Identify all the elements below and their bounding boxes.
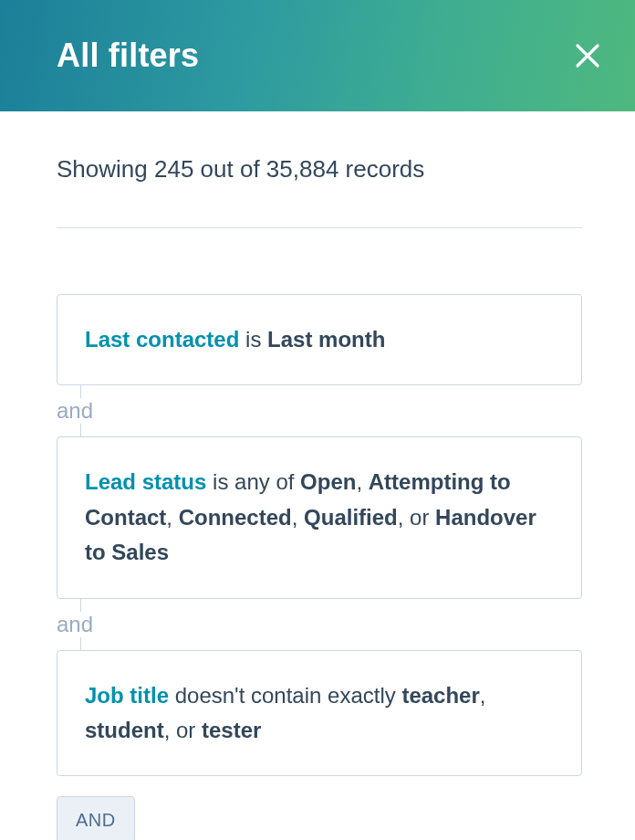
summary-prefix: Showing (57, 155, 154, 183)
filter-values: Last month (267, 327, 385, 352)
filters-list: Last contacted is Last monthandLead stat… (57, 294, 582, 776)
filter-property: Job title (85, 683, 169, 708)
filter-property: Last contacted (85, 327, 239, 352)
connector-label: and (57, 398, 99, 424)
results-summary: Showing 245 out of 35,884 records (57, 155, 582, 184)
summary-mid: out of (193, 155, 266, 183)
filter-card[interactable]: Last contacted is Last month (57, 294, 582, 385)
close-button[interactable] (567, 36, 608, 76)
filter-connector: and (57, 385, 582, 436)
divider (57, 227, 582, 228)
add-and-group-button[interactable]: AND (57, 796, 135, 840)
panel-title: All filters (57, 37, 199, 75)
filter-connector: and (57, 599, 582, 650)
filter-operator: doesn't contain exactly (169, 683, 401, 708)
filter-card[interactable]: Job title doesn't contain exactly teache… (57, 650, 582, 777)
filter-operator: is any of (206, 469, 300, 494)
filter-operator: is (239, 327, 267, 352)
filter-card[interactable]: Lead status is any of Open, Attempting t… (57, 436, 582, 598)
summary-total: 35,884 (266, 155, 339, 183)
panel-content: Showing 245 out of 35,884 records Last c… (0, 111, 635, 840)
filter-property: Lead status (85, 469, 206, 494)
connector-label: and (57, 612, 99, 637)
close-icon (574, 42, 601, 69)
summary-shown: 245 (154, 155, 193, 183)
panel-header: All filters (0, 0, 635, 111)
summary-suffix: records (338, 155, 424, 183)
